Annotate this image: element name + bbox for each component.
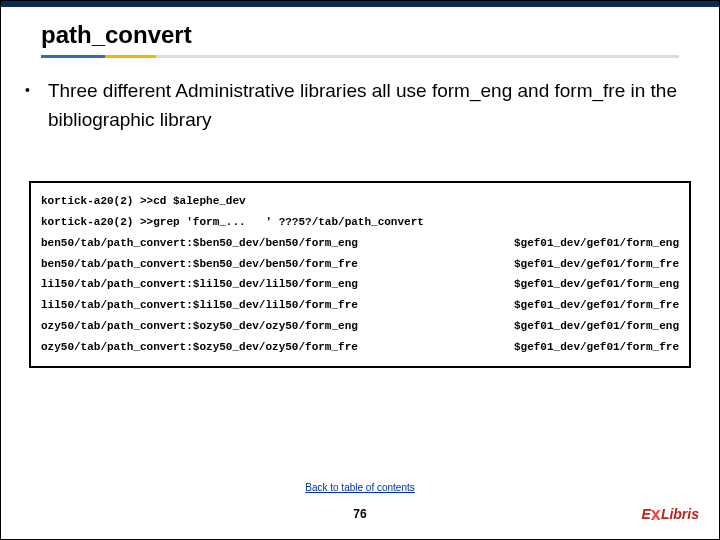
code-left: ozy50/tab/path_convert:$ozy50_dev/ozy50/… [41,316,358,337]
code-line: lil50/tab/path_convert:$lil50_dev/lil50/… [41,295,679,316]
bullet-text: Three different Administrative libraries… [48,76,679,135]
title-underline [41,55,679,58]
code-left: ben50/tab/path_convert:$ben50_dev/ben50/… [41,233,358,254]
code-left: kortick-a20(2) >>grep 'form_... ' ???5?/… [41,212,424,233]
code-right [659,191,679,212]
code-left: lil50/tab/path_convert:$lil50_dev/lil50/… [41,295,358,316]
code-line: kortick-a20(2) >>grep 'form_... ' ???5?/… [41,212,679,233]
toc-link[interactable]: Back to table of contents [305,482,415,493]
code-right: $gef01_dev/gef01/form_fre [494,295,679,316]
top-accent-bar [1,1,719,7]
code-right: $gef01_dev/gef01/form_fre [494,254,679,275]
code-right [659,212,679,233]
toc-link-wrap: Back to table of contents [1,482,719,493]
code-left: kortick-a20(2) >>cd $alephe_dev [41,191,246,212]
page-number: 76 [1,507,719,521]
logo-part: Libris [661,506,699,522]
code-left: ozy50/tab/path_convert:$ozy50_dev/ozy50/… [41,337,358,358]
code-block: kortick-a20(2) >>cd $alephe_dev kortick-… [29,181,691,368]
code-right: $gef01_dev/gef01/form_eng [494,274,679,295]
code-right: $gef01_dev/gef01/form_eng [494,316,679,337]
slide: path_convert • Three different Administr… [0,0,720,540]
page-title: path_convert [41,21,719,49]
code-line: lil50/tab/path_convert:$lil50_dev/lil50/… [41,274,679,295]
code-line: kortick-a20(2) >>cd $alephe_dev [41,191,679,212]
code-line: ben50/tab/path_convert:$ben50_dev/ben50/… [41,254,679,275]
code-line: ozy50/tab/path_convert:$ozy50_dev/ozy50/… [41,316,679,337]
exlibris-logo: ExLibris [642,504,699,525]
code-right: $gef01_dev/gef01/form_fre [494,337,679,358]
bullet-icon: • [25,82,30,98]
code-left: lil50/tab/path_convert:$lil50_dev/lil50/… [41,274,358,295]
code-left: ben50/tab/path_convert:$ben50_dev/ben50/… [41,254,358,275]
code-line: ben50/tab/path_convert:$ben50_dev/ben50/… [41,233,679,254]
bullet-item: • Three different Administrative librari… [1,76,719,135]
code-line: ozy50/tab/path_convert:$ozy50_dev/ozy50/… [41,337,679,358]
logo-part: E [642,506,651,522]
code-right: $gef01_dev/gef01/form_eng [494,233,679,254]
logo-x-icon: x [651,504,661,524]
